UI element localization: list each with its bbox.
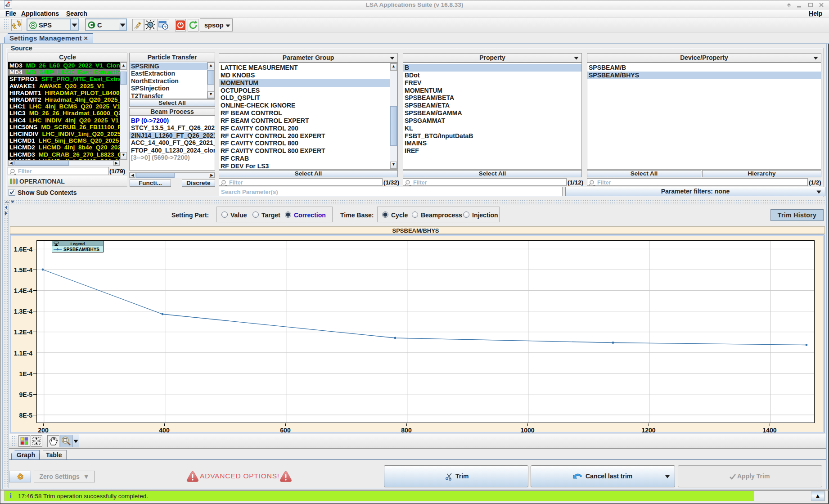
svg-text:?: ? xyxy=(164,25,167,29)
